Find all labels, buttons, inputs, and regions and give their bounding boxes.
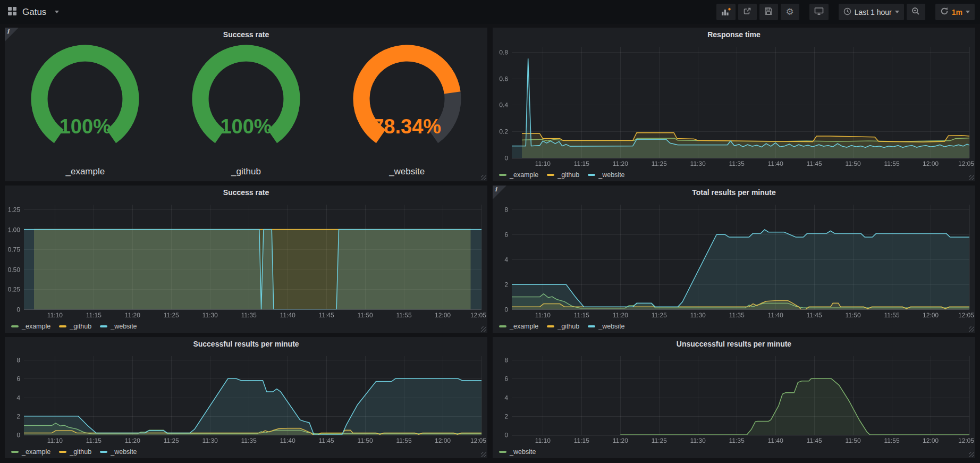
gauge-row: 100% _example 100% _github 78.34% _websi…: [5, 42, 487, 181]
legend-swatch: [499, 325, 506, 327]
legend-item-_example[interactable]: _example: [11, 323, 50, 330]
legend-swatch: [100, 451, 107, 453]
legend-swatch: [59, 451, 66, 453]
legend-label: _example: [22, 323, 50, 330]
legend-label: _website: [111, 323, 137, 330]
share-icon: [743, 7, 751, 17]
gauge-example: 100% _example: [5, 42, 166, 181]
panel-response-time: Response time _example_github_website: [493, 28, 975, 181]
legend-label: _github: [70, 448, 91, 456]
cycle-view-mode-button[interactable]: [809, 4, 829, 20]
legend-swatch: [59, 325, 66, 327]
legend-label: _github: [557, 171, 579, 179]
gear-icon: ⚙: [786, 7, 794, 16]
panel-title[interactable]: Success rate: [5, 28, 487, 42]
legend-item-_example[interactable]: _example: [11, 448, 50, 456]
save-button[interactable]: [759, 4, 778, 20]
navbar: Gatus: [0, 0, 980, 24]
legend-label: _example: [510, 171, 538, 179]
gauge-label: _website: [326, 166, 487, 177]
panel-resize-handle[interactable]: [481, 175, 486, 180]
gauge-value: 78.34%: [326, 115, 487, 138]
add-panel-icon: [721, 7, 731, 18]
chevron-down-icon: [895, 11, 899, 15]
panel-resize-handle[interactable]: [481, 326, 486, 332]
response-time-chart[interactable]: [493, 42, 975, 169]
legend-label: _website: [111, 448, 137, 456]
legend-swatch: [11, 325, 19, 327]
dashboard-selector[interactable]: Gatus: [7, 6, 59, 18]
total-results-chart[interactable]: [493, 200, 975, 320]
monitor-icon: [814, 7, 824, 17]
legend-item-_example[interactable]: _example: [499, 323, 538, 330]
zoom-out-icon: [911, 7, 920, 17]
legend-label: _website: [598, 171, 624, 179]
legend-label: _website: [598, 323, 624, 330]
panel-success-rate-timeseries: Success rate _example_github_website: [5, 186, 487, 333]
panel-unsuccessful-results: Unsuccessful results per minute _website: [493, 337, 975, 458]
dashboards-grid-icon: [7, 6, 17, 18]
legend-label: _website: [510, 448, 536, 456]
dashboard-title: Gatus: [22, 7, 46, 18]
legend: _website: [493, 445, 975, 458]
chevron-down-icon: [55, 11, 59, 15]
legend-item-_github[interactable]: _github: [59, 448, 91, 456]
legend-label: _github: [70, 323, 91, 330]
zoom-out-button[interactable]: [907, 4, 925, 20]
panel-title[interactable]: Unsuccessful results per minute: [493, 337, 975, 351]
panel-info-icon[interactable]: i: [5, 28, 19, 41]
legend-item-_website[interactable]: _website: [588, 323, 624, 330]
clock-icon: [843, 7, 851, 17]
gauge-github: 100% _github: [166, 42, 327, 181]
success-rate-chart[interactable]: [5, 200, 487, 320]
panel-title[interactable]: Response time: [493, 28, 975, 42]
legend-item-_website[interactable]: _website: [588, 171, 624, 179]
legend-label: _github: [557, 323, 579, 330]
unsuccessful-results-chart[interactable]: [493, 351, 975, 445]
refresh-picker[interactable]: 1m: [935, 4, 975, 20]
legend-item-_github[interactable]: _github: [547, 171, 579, 179]
legend-item-_github[interactable]: _github: [59, 323, 91, 330]
panel-success-rate-gauges: i Success rate 100% _example 100% _githu…: [5, 28, 487, 181]
legend-item-_example[interactable]: _example: [499, 171, 538, 179]
legend-swatch: [588, 174, 595, 176]
legend-swatch: [588, 325, 595, 327]
legend-item-_website[interactable]: _website: [100, 448, 137, 456]
time-range-label: Last 1 hour: [855, 8, 892, 16]
time-range-picker[interactable]: Last 1 hour: [839, 4, 904, 20]
refresh-icon: [940, 7, 949, 17]
panel-info-icon[interactable]: i: [493, 186, 506, 199]
gauge-label: _example: [5, 166, 166, 177]
share-button[interactable]: [738, 4, 757, 20]
gauge-value: 100%: [166, 115, 327, 138]
legend-swatch: [547, 325, 554, 327]
panel-resize-handle[interactable]: [969, 326, 974, 332]
chevron-down-icon: [966, 11, 970, 15]
dashboard-grid: i Success rate 100% _example 100% _githu…: [0, 24, 980, 458]
legend: _example_github_website: [493, 320, 975, 333]
legend-swatch: [499, 174, 506, 176]
panel-title[interactable]: Success rate: [5, 186, 487, 200]
panel-resize-handle[interactable]: [481, 452, 486, 457]
gauge-value: 100%: [5, 115, 166, 138]
legend-swatch: [499, 451, 506, 453]
legend-item-_github[interactable]: _github: [547, 323, 579, 330]
gauge-label: _github: [166, 166, 327, 177]
legend-label: _example: [22, 448, 50, 456]
refresh-interval-label: 1m: [952, 8, 962, 16]
legend: _example_github_website: [5, 445, 487, 458]
settings-button[interactable]: ⚙: [781, 4, 799, 20]
legend-label: _example: [510, 323, 538, 330]
successful-results-chart[interactable]: [5, 351, 487, 445]
legend-swatch: [11, 451, 19, 453]
legend-item-_website[interactable]: _website: [100, 323, 137, 330]
panel-resize-handle[interactable]: [969, 175, 974, 180]
panel-total-results: i Total results per minute _example_gith…: [493, 186, 975, 333]
legend-swatch: [100, 325, 107, 327]
legend: _example_github_website: [493, 169, 975, 181]
panel-resize-handle[interactable]: [969, 452, 974, 457]
panel-title[interactable]: Total results per minute: [493, 186, 975, 200]
panel-title[interactable]: Successful results per minute: [5, 337, 487, 351]
legend-item-_website[interactable]: _website: [499, 448, 536, 456]
add-panel-button[interactable]: [716, 4, 736, 20]
